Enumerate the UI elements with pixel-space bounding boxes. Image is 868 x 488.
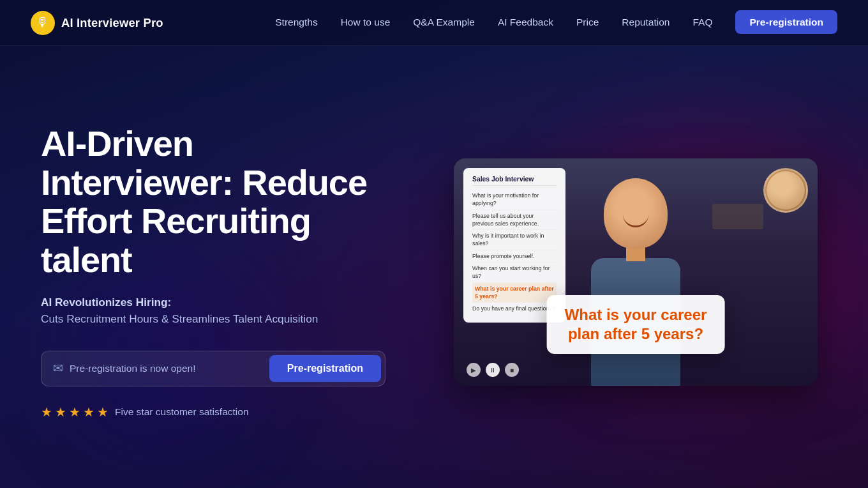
nav-link-how-to-use[interactable]: How to use bbox=[341, 17, 391, 27]
big-question-overlay: What is your career plan after 5 years? bbox=[547, 295, 725, 354]
nav-links: Strengths How to use Q&A Example AI Feed… bbox=[275, 17, 837, 29]
overlay-q7: Do you have any final questions? bbox=[472, 303, 557, 314]
play-button[interactable]: ▶ bbox=[467, 363, 481, 377]
nav-link-ai-feedback[interactable]: AI Feedback bbox=[498, 17, 553, 27]
star-3: ★ bbox=[69, 404, 80, 420]
star-1: ★ bbox=[41, 404, 52, 420]
overlay-q1: What is your motivation for applying? bbox=[472, 190, 557, 210]
stars-label: Five star customer satisfaction bbox=[115, 406, 249, 418]
headline-line2: Interviewer: Reduce bbox=[41, 162, 367, 202]
hero-subtext-line1: AI Revolutionizes Hiring: bbox=[41, 296, 171, 309]
nav-link-price[interactable]: Price bbox=[576, 17, 599, 27]
cta-bar-text: Pre-registration is now open! bbox=[70, 363, 263, 374]
man-smile bbox=[623, 215, 648, 227]
logo-icon: 🎙 bbox=[31, 11, 55, 35]
hero-left: AI-Driven Interviewer: Reduce Effort Rec… bbox=[41, 125, 411, 420]
hero-headline: AI-Driven Interviewer: Reduce Effort Rec… bbox=[41, 125, 411, 279]
nav-link-qa-example[interactable]: Q&A Example bbox=[413, 17, 475, 27]
logo-text: AI Interviewer Pro bbox=[61, 16, 163, 30]
overlay-q5: When can you start working for us? bbox=[472, 263, 557, 283]
hero-section: AI-Driven Interviewer: Reduce Effort Rec… bbox=[0, 46, 868, 488]
nav-link-reputation[interactable]: Reputation bbox=[622, 17, 670, 27]
headline-line3: Effort Recruiting bbox=[41, 201, 311, 241]
overlay-q2: Please tell us about your previous sales… bbox=[472, 210, 557, 231]
overlay-q6-active: What is your career plan after 5 years? bbox=[472, 283, 557, 303]
avatar-face bbox=[767, 171, 805, 210]
email-icon: ✉ bbox=[53, 361, 63, 376]
hero-right: Sales Job Interview What is your motivat… bbox=[444, 158, 827, 386]
overlay-q3: Why is it important to work in sales? bbox=[472, 230, 557, 250]
stop-button[interactable]: ■ bbox=[505, 363, 519, 377]
headline-line1: AI-Driven bbox=[41, 123, 193, 164]
nav-link-faq[interactable]: FAQ bbox=[692, 17, 712, 27]
headline-line4: talent bbox=[41, 240, 132, 280]
overlay-title: Sales Job Interview bbox=[472, 176, 557, 186]
nav-logo[interactable]: 🎙 AI Interviewer Pro bbox=[31, 11, 163, 35]
cta-bar: ✉ Pre-registration is now open! Pre-regi… bbox=[41, 351, 385, 386]
cta-bar-button[interactable]: Pre-registration bbox=[269, 355, 381, 382]
star-4: ★ bbox=[83, 404, 94, 420]
stars-row: ★ ★ ★ ★ ★ Five star customer satisfactio… bbox=[41, 404, 411, 420]
video-frame: Sales Job Interview What is your motivat… bbox=[454, 158, 818, 386]
video-controls: ▶ ⏸ ■ bbox=[467, 363, 519, 377]
nav-cta-button[interactable]: Pre-registration bbox=[735, 10, 837, 34]
man-head bbox=[604, 178, 668, 248]
hero-subtext-line2: Cuts Recruitment Hours & Streamlines Tal… bbox=[41, 312, 318, 325]
hero-subtext: AI Revolutionizes Hiring: Cuts Recruitme… bbox=[41, 294, 411, 328]
pause-button[interactable]: ⏸ bbox=[486, 363, 500, 377]
star-5: ★ bbox=[97, 404, 108, 420]
nav-link-strengths[interactable]: Strengths bbox=[275, 17, 317, 27]
avatar-circle bbox=[763, 168, 808, 213]
navbar: 🎙 AI Interviewer Pro Strengths How to us… bbox=[0, 0, 868, 46]
big-question-text: What is your career plan after 5 years? bbox=[565, 305, 707, 344]
star-2: ★ bbox=[55, 404, 66, 420]
star-rating: ★ ★ ★ ★ ★ bbox=[41, 404, 108, 420]
overlay-q4: Please promote yourself. bbox=[472, 250, 557, 263]
